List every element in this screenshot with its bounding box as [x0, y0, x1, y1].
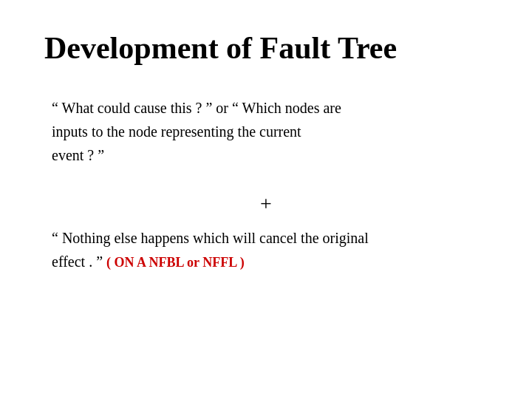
first-quote-block: “ What could cause this ? ” or “ Which n…	[52, 96, 488, 167]
first-quote-line2: inputs to the node representing the curr…	[52, 120, 488, 143]
second-quote-line2-text: effect . ”	[52, 253, 103, 270]
code-annotation: ( ON A NFBL or NFFL )	[106, 255, 245, 270]
second-quote-line2: effect . ” ( ON A NFBL or NFFL )	[52, 250, 488, 273]
slide-container: Development of Fault Tree “ What could c…	[0, 0, 532, 399]
first-quote-line1: “ What could cause this ? ” or “ Which n…	[52, 96, 488, 120]
second-quote-line1: “ Nothing else happens which will cancel…	[52, 226, 488, 250]
second-quote-block: “ Nothing else happens which will cancel…	[52, 226, 488, 273]
slide-title: Development of Fault Tree	[44, 30, 488, 66]
first-quote-line3: event ? ”	[52, 143, 488, 167]
plus-divider: +	[44, 189, 488, 218]
